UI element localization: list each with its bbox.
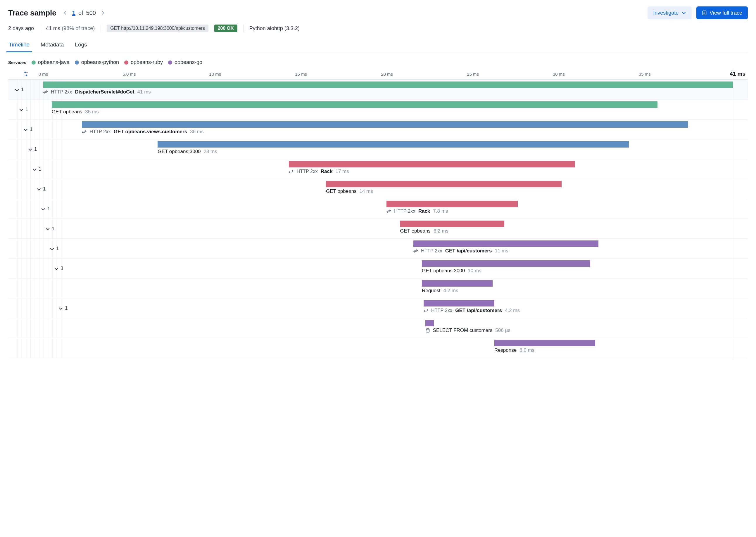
span-row[interactable]: 1HTTP 2xxDispatcherServlet#doGet41 ms	[8, 80, 748, 100]
span-duration: 6.2 ms	[433, 228, 448, 234]
span-row[interactable]: 3GET opbeans:300010 ms	[8, 259, 748, 278]
span-row[interactable]: 1HTTP 2xxRack17 ms	[8, 159, 748, 179]
span-name: GET opbeans:3000	[157, 149, 200, 154]
investigate-button[interactable]: Investigate	[647, 6, 692, 19]
span-duration: 10 ms	[468, 268, 481, 274]
duration-value: 41 ms	[46, 25, 60, 31]
span-bar[interactable]	[425, 320, 434, 326]
dot-icon	[124, 61, 128, 64]
tab-timeline[interactable]: Timeline	[8, 39, 30, 52]
span-row[interactable]: SELECT FROM customers506 µs	[8, 318, 748, 338]
request-pill[interactable]: GET http://10.11.249.198:3000/api/custom…	[107, 24, 208, 32]
span-name: GET opbeans	[326, 188, 357, 194]
span-row[interactable]: Response6.0 ms	[8, 338, 748, 358]
legend-ruby-label: opbeans-ruby	[131, 59, 163, 65]
chevron-down-icon	[15, 88, 19, 92]
pager-next[interactable]	[99, 9, 107, 16]
span-row[interactable]: 1GET opbeans14 ms	[8, 179, 748, 199]
chevron-down-icon	[28, 147, 32, 151]
tab-metadata[interactable]: Metadata	[40, 39, 64, 52]
span-caption: HTTP 2xxRack17 ms	[289, 169, 349, 174]
legend-python[interactable]: opbeans-python	[75, 59, 119, 65]
services-legend: Services opbeans-java opbeans-python opb…	[8, 59, 748, 67]
http-status: HTTP 2xx	[394, 209, 415, 214]
span-bar[interactable]	[289, 161, 575, 167]
span-caption: HTTP 2xxRack7.8 ms	[386, 208, 448, 214]
span-bar[interactable]	[326, 181, 561, 187]
span-caption: HTTP 2xxDispatcherServlet#doGet41 ms	[43, 89, 151, 95]
legend-java[interactable]: opbeans-java	[31, 59, 69, 65]
trace-meta: 2 days ago 41 ms (98% of trace) GET http…	[8, 24, 748, 32]
span-row[interactable]: 1GET opbeans36 ms	[8, 100, 748, 119]
span-row[interactable]: 1HTTP 2xxRack7.8 ms	[8, 199, 748, 219]
span-duration: 4.2 ms	[505, 308, 520, 313]
span-name: GET opbeans	[400, 228, 431, 234]
span-bar[interactable]	[52, 102, 657, 108]
span-row[interactable]: 1HTTP 2xxGET /api/customers4.2 ms	[8, 298, 748, 318]
span-caption: Response6.0 ms	[494, 348, 535, 353]
row-toggle[interactable]: 1	[32, 159, 41, 179]
span-bar[interactable]	[400, 221, 504, 227]
span-duration: 6.0 ms	[519, 348, 534, 353]
span-caption: GET opbeans:300010 ms	[422, 268, 481, 274]
view-full-label: View full trace	[710, 10, 742, 16]
span-bar[interactable]	[157, 141, 629, 147]
span-name: SELECT FROM customers	[433, 327, 493, 333]
divider	[40, 24, 40, 32]
end-marker-line	[733, 68, 733, 358]
row-toggle[interactable]: 1	[28, 139, 37, 159]
client-label: Python aiohttp (3.3.2)	[249, 25, 300, 31]
span-row[interactable]: Request4.2 ms	[8, 278, 748, 298]
row-toggle[interactable]: 1	[23, 119, 32, 139]
span-caption: SELECT FROM customers506 µs	[425, 327, 511, 333]
span-caption: GET opbeans6.2 ms	[400, 228, 448, 234]
legend-ruby[interactable]: opbeans-ruby	[124, 59, 163, 65]
span-bar[interactable]	[422, 260, 590, 267]
ruler-tick: 20 ms	[381, 71, 393, 76]
pager-prev[interactable]	[61, 9, 69, 16]
http-status: HTTP 2xx	[51, 89, 72, 95]
span-bar[interactable]	[423, 300, 494, 307]
span-caption: Request4.2 ms	[422, 288, 458, 294]
investigate-label: Investigate	[653, 10, 679, 16]
legend-java-label: opbeans-java	[38, 59, 69, 65]
collapse-icon[interactable]	[23, 71, 28, 76]
span-caption: HTTP 2xxGET /api/customers4.2 ms	[423, 308, 520, 313]
span-row[interactable]: 1HTTP 2xxGET opbeans.views.customers36 m…	[8, 119, 748, 139]
span-bar[interactable]	[386, 201, 518, 207]
time-ruler: 0 ms5.0 ms10 ms15 ms20 ms25 ms30 ms35 ms…	[8, 68, 748, 79]
row-toggle[interactable]: 1	[15, 80, 24, 99]
span-bar[interactable]	[82, 121, 688, 128]
view-full-trace-button[interactable]: View full trace	[696, 6, 748, 19]
page-title: Trace sample	[8, 9, 57, 18]
span-bar[interactable]	[422, 280, 493, 287]
child-count: 1	[21, 87, 24, 93]
span-duration: 7.8 ms	[433, 208, 448, 214]
dot-icon	[168, 61, 172, 64]
span-duration: 41 ms	[137, 89, 151, 95]
dot-icon	[31, 61, 36, 64]
row-toggle[interactable]: 1	[19, 100, 28, 119]
span-bar[interactable]	[494, 340, 595, 346]
span-row[interactable]: 1HTTP 2xxGET /api/customers11 ms	[8, 239, 748, 259]
span-caption: GET opbeans:300028 ms	[157, 149, 217, 154]
legend-python-label: opbeans-python	[81, 59, 119, 65]
ruler-tick: 10 ms	[209, 71, 221, 76]
pager-current[interactable]: 1	[72, 10, 75, 16]
span-row[interactable]: 1GET opbeans6.2 ms	[8, 219, 748, 239]
trace-pager: 1 of 500	[61, 9, 107, 16]
span-bar[interactable]	[413, 240, 599, 247]
chevron-down-icon	[19, 107, 23, 112]
pager-of: of	[78, 10, 83, 16]
legend-go[interactable]: opbeans-go	[168, 59, 202, 65]
span-caption: HTTP 2xxGET opbeans.views.customers36 ms	[82, 129, 203, 135]
status-pill: 200 OK	[214, 24, 237, 32]
tabs: Timeline Metadata Logs	[8, 39, 748, 52]
span-name: GET /api/customers	[455, 308, 502, 313]
tab-logs[interactable]: Logs	[74, 39, 87, 52]
waterfall-chart: 0 ms5.0 ms10 ms15 ms20 ms25 ms30 ms35 ms…	[8, 68, 748, 358]
span-name: Rack	[321, 169, 333, 174]
span-caption: HTTP 2xxGET /api/customers11 ms	[413, 248, 508, 254]
span-bar[interactable]	[43, 82, 733, 88]
span-row[interactable]: 1GET opbeans:300028 ms	[8, 139, 748, 159]
